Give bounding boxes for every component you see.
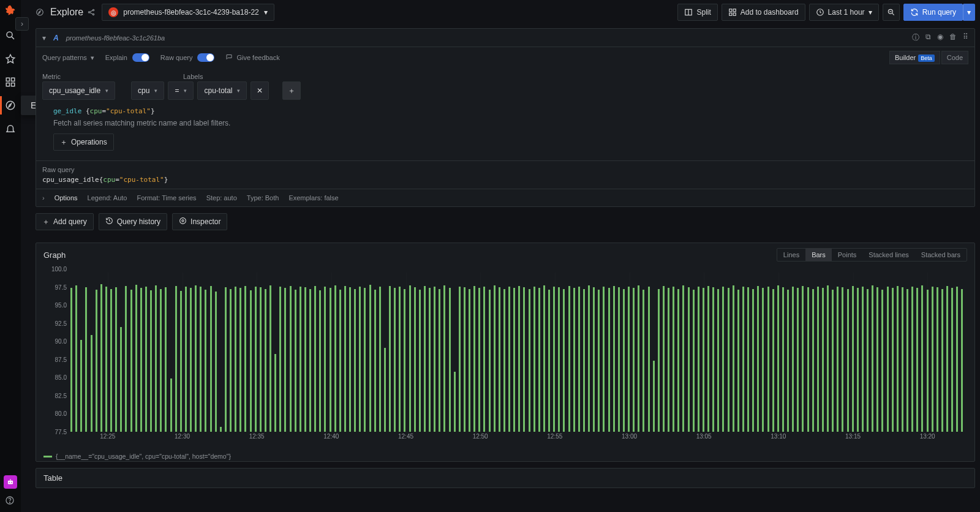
bar[interactable] — [483, 287, 485, 432]
chart[interactable]: 100.097.595.092.590.087.585.082.580.077.… — [43, 269, 967, 446]
viz-option-stacked-lines[interactable]: Stacked lines — [862, 249, 914, 261]
bar[interactable] — [434, 287, 435, 432]
bar[interactable] — [160, 289, 162, 432]
bar[interactable] — [469, 289, 470, 432]
bar[interactable] — [916, 288, 918, 432]
feedback-link[interactable]: Give feedback — [225, 53, 279, 62]
bar[interactable] — [150, 290, 152, 432]
bar[interactable] — [96, 290, 97, 432]
bar[interactable] — [593, 287, 595, 432]
split-button[interactable]: Split — [677, 4, 717, 21]
bar[interactable] — [125, 286, 127, 432]
bar[interactable] — [588, 285, 590, 432]
bar[interactable] — [100, 284, 102, 432]
bar[interactable] — [578, 287, 580, 432]
bar[interactable] — [359, 287, 361, 432]
bar[interactable] — [354, 289, 356, 432]
bar[interactable] — [339, 290, 341, 432]
viz-option-lines[interactable]: Lines — [777, 249, 805, 261]
sidebar-expand-toggle[interactable]: › — [15, 17, 29, 31]
bar[interactable] — [414, 287, 416, 432]
bar[interactable] — [698, 287, 699, 432]
bar[interactable] — [897, 286, 899, 432]
duplicate-query-icon[interactable]: ⧉ — [925, 32, 931, 43]
bar[interactable] — [270, 285, 271, 432]
collapse-query-toggle[interactable]: ▾ — [42, 34, 46, 42]
bar[interactable] — [881, 290, 883, 432]
bar[interactable] — [688, 287, 690, 432]
star-icon[interactable] — [4, 53, 17, 65]
bar[interactable] — [379, 287, 381, 432]
bar[interactable] — [165, 287, 167, 432]
bar[interactable] — [722, 287, 724, 432]
bar[interactable] — [837, 287, 839, 432]
bar[interactable] — [195, 285, 197, 432]
bar[interactable] — [747, 287, 749, 432]
add-to-dashboard-button[interactable]: Add to dashboard — [722, 4, 805, 21]
bar[interactable] — [563, 289, 565, 432]
bar[interactable] — [847, 289, 849, 432]
bar[interactable] — [608, 288, 610, 432]
bar[interactable] — [85, 287, 87, 432]
bar[interactable] — [956, 287, 958, 432]
bar[interactable] — [737, 290, 739, 432]
time-range-picker[interactable]: Last 1 hour ▾ — [809, 4, 879, 21]
bar[interactable] — [733, 285, 734, 432]
bar[interactable] — [239, 288, 241, 432]
bar[interactable] — [494, 285, 496, 432]
bar[interactable] — [648, 287, 650, 432]
plot-area[interactable] — [70, 273, 965, 432]
bar[interactable] — [767, 287, 769, 432]
bar[interactable] — [279, 287, 281, 432]
bar[interactable] — [215, 292, 217, 432]
help-icon[interactable] — [5, 495, 15, 507]
dashboards-icon[interactable] — [4, 76, 17, 88]
bar[interactable] — [951, 288, 953, 432]
bar[interactable] — [663, 286, 665, 432]
bar[interactable] — [603, 287, 605, 432]
bar[interactable] — [369, 285, 371, 432]
bar[interactable] — [822, 288, 824, 432]
bar[interactable] — [459, 287, 461, 432]
label-key-select[interactable]: cpu▾ — [131, 81, 164, 100]
bar[interactable] — [75, 285, 77, 432]
bar[interactable] — [832, 290, 834, 432]
bar[interactable] — [892, 288, 894, 432]
bar[interactable] — [693, 290, 695, 432]
bar[interactable] — [135, 285, 137, 432]
inspector-button[interactable]: Inspector — [172, 213, 227, 230]
bar[interactable] — [792, 287, 794, 432]
bar[interactable] — [284, 288, 286, 432]
bar[interactable] — [717, 289, 719, 432]
bar[interactable] — [230, 289, 232, 432]
builder-mode-button[interactable]: BuilderBeta — [889, 51, 940, 64]
bar[interactable] — [244, 286, 246, 432]
bar[interactable] — [130, 290, 132, 432]
bar[interactable] — [677, 289, 679, 432]
bar[interactable] — [449, 288, 451, 432]
label-operator-select[interactable]: =▾ — [168, 81, 194, 100]
bar[interactable] — [867, 289, 869, 432]
zoom-out-button[interactable] — [883, 4, 900, 21]
query-patterns-dropdown[interactable]: Query patterns ▾ — [42, 54, 94, 62]
code-mode-button[interactable]: Code — [941, 51, 968, 64]
bar[interactable] — [429, 288, 431, 432]
bar[interactable] — [210, 286, 212, 432]
bar[interactable] — [489, 290, 491, 432]
bar[interactable] — [443, 285, 445, 432]
bar[interactable] — [782, 287, 784, 432]
bar[interactable] — [180, 291, 182, 432]
query-help-icon[interactable]: ⓘ — [912, 32, 919, 43]
bar[interactable] — [613, 286, 615, 432]
bar[interactable] — [115, 287, 117, 432]
bar[interactable] — [772, 289, 774, 432]
bar[interactable] — [682, 285, 684, 432]
bar[interactable] — [529, 289, 530, 432]
bar[interactable] — [499, 287, 500, 432]
explore-icon[interactable] — [4, 99, 17, 111]
bar[interactable] — [265, 289, 266, 432]
bar[interactable] — [797, 288, 799, 432]
bar[interactable] — [568, 286, 570, 432]
bar[interactable] — [464, 287, 466, 432]
bar[interactable] — [673, 287, 674, 432]
